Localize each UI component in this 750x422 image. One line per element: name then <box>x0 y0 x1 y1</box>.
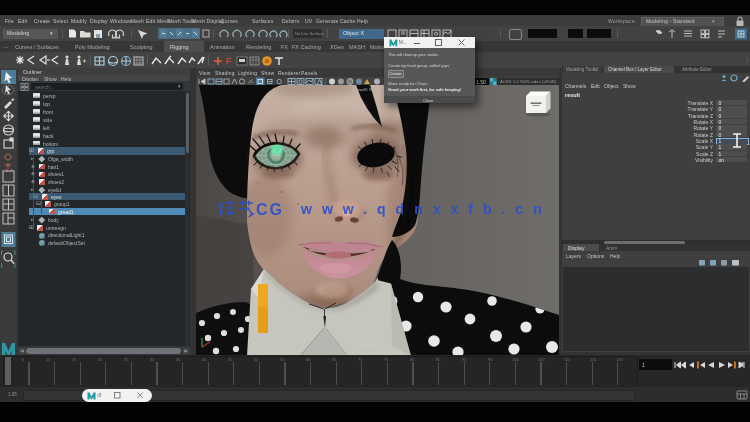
svg-text:www.qdnxxfb.cn: www.qdnxxfb.cn <box>300 201 552 217</box>
svg-text:F: F <box>226 56 232 66</box>
svg-text:ACES 1.0 SDR-video (sRGB): ACES 1.0 SDR-video (sRGB) <box>500 79 557 84</box>
svg-text:persp: persp <box>363 343 375 348</box>
svg-text:humanIK Squash: humanIK Squash <box>352 87 383 92</box>
svg-text:1.50: 1.50 <box>476 79 486 85</box>
svg-text:CG: CG <box>256 201 284 218</box>
